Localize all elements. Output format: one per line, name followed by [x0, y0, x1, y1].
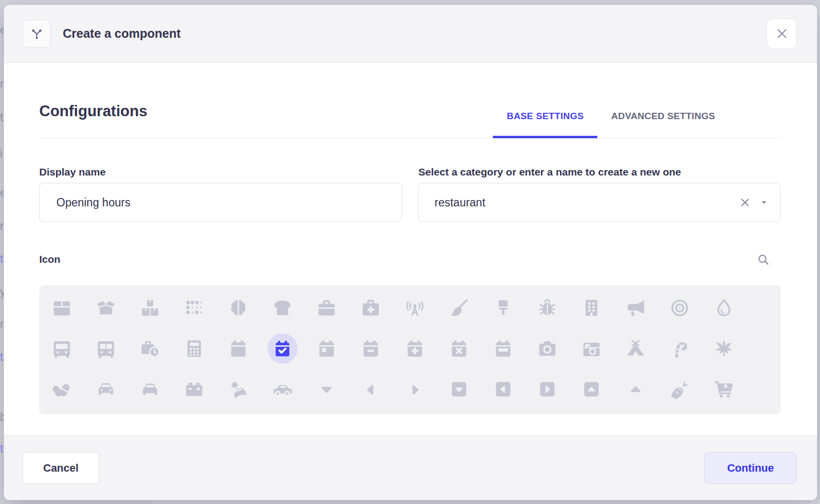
calculator-icon[interactable] — [172, 328, 216, 369]
calendar-day-icon[interactable] — [305, 328, 349, 369]
cannabis-icon[interactable] — [702, 328, 746, 369]
caret-right-icon[interactable] — [393, 369, 437, 409]
car-icon[interactable] — [84, 369, 128, 409]
category-select[interactable]: restaurant — [418, 183, 781, 222]
caret-up-icon[interactable] — [614, 369, 658, 409]
close-button[interactable] — [767, 19, 797, 49]
icon-grid-panel — [39, 285, 781, 414]
form-fields-row: Display name Select a category or enter … — [39, 166, 781, 222]
backdrop-letter-fragment: t — [0, 111, 3, 124]
cancel-button[interactable]: Cancel — [23, 452, 99, 484]
car-crash-icon[interactable] — [216, 369, 260, 409]
calendar-minus-icon[interactable] — [349, 328, 393, 369]
category-label: Select a category or enter a name to cre… — [418, 166, 781, 178]
car-side-icon[interactable] — [260, 369, 305, 409]
brush-icon[interactable] — [481, 287, 525, 328]
briefcase-icon[interactable] — [305, 287, 349, 328]
backdrop-letter-fragment: t — [0, 442, 3, 455]
calendar-times-icon[interactable] — [437, 328, 481, 369]
create-component-modal: Create a component Configurations BASE S… — [4, 5, 817, 500]
briefcase-medical-icon[interactable] — [349, 287, 393, 328]
business-time-icon[interactable] — [128, 328, 172, 369]
modal-body: Configurations BASE SETTINGS ADVANCED SE… — [4, 63, 817, 435]
car-battery-icon[interactable] — [172, 369, 216, 409]
caret-down-icon[interactable] — [760, 198, 769, 207]
bullhorn-icon[interactable] — [614, 287, 658, 328]
capsules-icon[interactable] — [40, 369, 84, 409]
calendar-check-icon[interactable] — [260, 328, 305, 369]
broadcast-tower-icon[interactable] — [393, 287, 437, 328]
modal-header: Create a component — [4, 5, 817, 63]
caret-square-left-icon[interactable] — [481, 369, 525, 409]
box-icon[interactable] — [40, 287, 84, 328]
icon-picker-section: Icon — [39, 252, 781, 414]
tab-advanced-settings[interactable]: ADVANCED SETTINGS — [597, 111, 729, 138]
camera-retro-icon[interactable] — [569, 328, 614, 369]
tab-base-settings[interactable]: BASE SETTINGS — [493, 111, 597, 138]
caret-left-icon[interactable] — [349, 369, 393, 409]
selected-icon-highlight — [267, 333, 298, 364]
display-name-input[interactable] — [39, 183, 402, 222]
modal-footer: Cancel Continue — [4, 435, 817, 500]
backdrop-letter-fragment: i — [0, 147, 2, 160]
category-selected-value: restaurant — [435, 196, 486, 209]
bread-slice-icon[interactable] — [260, 287, 305, 328]
x-icon — [739, 197, 751, 208]
boxes-stacked-icon[interactable] — [128, 287, 172, 328]
bug-icon[interactable] — [525, 287, 569, 328]
section-heading: Configurations — [39, 102, 147, 138]
burn-icon[interactable] — [702, 287, 746, 328]
magnifier-icon[interactable] — [756, 252, 770, 266]
bus-alt-icon[interactable] — [84, 328, 128, 369]
icon-picker-label: Icon — [39, 253, 60, 266]
icon-grid — [39, 285, 781, 409]
settings-tabs: BASE SETTINGS ADVANCED SETTINGS — [493, 111, 729, 138]
component-branch-icon — [23, 20, 51, 48]
car-alt-icon[interactable] — [128, 369, 172, 409]
bullseye-icon[interactable] — [658, 287, 702, 328]
modal-title: Create a component — [63, 26, 180, 41]
camera-icon[interactable] — [525, 328, 569, 369]
campground-icon[interactable] — [614, 328, 658, 369]
continue-button[interactable]: Continue — [704, 452, 797, 484]
configurations-header-row: Configurations BASE SETTINGS ADVANCED SE… — [39, 63, 781, 138]
caret-square-right-icon[interactable] — [525, 369, 569, 409]
backdrop-letter-fragment: t — [0, 252, 3, 266]
caret-square-down-icon[interactable] — [437, 369, 481, 409]
braille-icon[interactable] — [172, 287, 216, 328]
caret-square-up-icon[interactable] — [569, 369, 614, 409]
caret-down-icon[interactable] — [305, 369, 349, 409]
box-open-icon[interactable] — [84, 287, 128, 328]
backdrop-letter-fragment: t — [0, 351, 3, 364]
brain-icon[interactable] — [216, 287, 260, 328]
calendar-week-icon[interactable] — [481, 328, 525, 369]
cart-arrow-down-icon[interactable] — [702, 369, 746, 409]
building-icon[interactable] — [569, 287, 614, 328]
calendar-icon[interactable] — [216, 328, 260, 369]
carrot-icon[interactable] — [658, 369, 702, 409]
clear-selection-button[interactable] — [738, 196, 752, 209]
calendar-plus-icon[interactable] — [393, 328, 437, 369]
bus-icon[interactable] — [40, 328, 84, 369]
candy-cane-icon[interactable] — [658, 328, 702, 369]
broom-icon[interactable] — [437, 287, 481, 328]
backdrop-letter-fragment: r — [0, 220, 4, 233]
display-name-label: Display name — [39, 166, 402, 178]
x-icon — [775, 27, 789, 40]
